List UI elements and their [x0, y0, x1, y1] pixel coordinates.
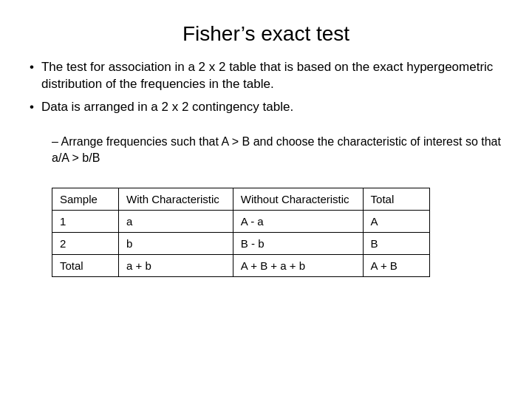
cell-total-sample: Total	[52, 254, 119, 276]
sub-bullet: Arrange frequencies such that A > B and …	[52, 134, 502, 167]
bullet-item-1: The test for association in a 2 x 2 tabl…	[30, 59, 502, 93]
cell-total-with: a + b	[119, 254, 233, 276]
col-header-sample: Sample	[52, 188, 119, 210]
table-row: 1 a A - a A	[52, 210, 430, 232]
table-header-row: Sample With Characteristic Without Chara…	[52, 188, 430, 210]
col-header-total: Total	[363, 188, 429, 210]
cell-total-without: A + B + a + b	[233, 254, 363, 276]
contingency-table-container: Sample With Characteristic Without Chara…	[52, 188, 502, 277]
cell-row2-total: B	[363, 232, 429, 254]
bullet-list: The test for association in a 2 x 2 tabl…	[30, 59, 502, 122]
contingency-table: Sample With Characteristic Without Chara…	[52, 188, 430, 277]
cell-total-total: A + B	[363, 254, 429, 276]
page: Fisher’s exact test The test for associa…	[0, 0, 532, 399]
cell-row2-with: b	[119, 232, 233, 254]
col-header-without: Without Characteristic	[233, 188, 363, 210]
table-row: 2 b B - b B	[52, 232, 430, 254]
cell-row1-with: a	[119, 210, 233, 232]
cell-row1-without: A - a	[233, 210, 363, 232]
col-header-with: With Characteristic	[119, 188, 233, 210]
cell-row2-without: B - b	[233, 232, 363, 254]
cell-row1-total: A	[363, 210, 429, 232]
table-row: Total a + b A + B + a + b A + B	[52, 254, 430, 276]
page-title: Fisher’s exact test	[30, 22, 502, 46]
bullet-item-2: Data is arranged in a 2 x 2 contingency …	[30, 99, 502, 116]
cell-row1-sample: 1	[52, 210, 119, 232]
cell-row2-sample: 2	[52, 232, 119, 254]
